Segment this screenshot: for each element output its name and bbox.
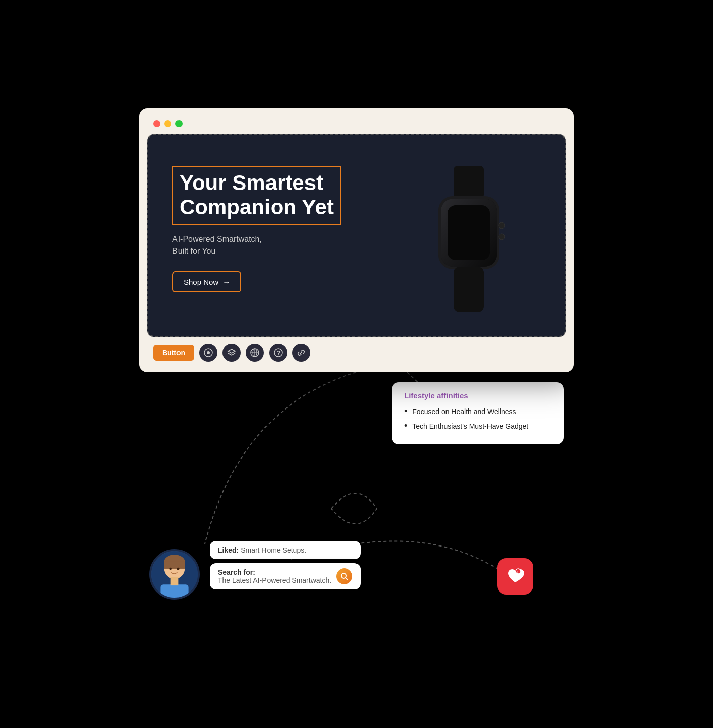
svg-text:+: + [517, 570, 519, 574]
affinities-card: Lifestyle affinities • Focused on Health… [392, 382, 564, 444]
connections-area: Lifestyle affinities • Focused on Health… [139, 367, 574, 620]
bullet-icon-1: • [404, 406, 407, 417]
search-value-row: The Latest AI-Powered Smartwatch. [218, 576, 331, 584]
liked-label: Liked: [218, 546, 239, 554]
svg-line-23 [346, 578, 348, 580]
svg-point-21 [177, 568, 180, 570]
toolbar-icon-link[interactable] [292, 344, 310, 362]
svg-rect-18 [160, 584, 188, 600]
bullet-icon-2: • [404, 421, 407, 431]
hero-banner: Your Smartest Companion Yet AI-Powered S… [147, 134, 566, 337]
watch-display [393, 151, 545, 323]
watch-visual [413, 166, 524, 307]
search-icon[interactable] [336, 568, 352, 584]
user-avatar [149, 549, 200, 600]
toolbar-button[interactable]: Button [153, 345, 194, 361]
svg-point-6 [499, 234, 505, 240]
svg-point-20 [169, 568, 172, 570]
hero-title: Your Smartest Companion Yet [172, 166, 341, 225]
svg-rect-17 [164, 561, 185, 569]
svg-rect-19 [171, 577, 179, 586]
affinity-item-1: • Focused on Health and Wellness [404, 406, 552, 417]
activity-cards: Liked: Smart Home Setups. Search for: Th… [210, 541, 361, 589]
search-label: Search for: [218, 568, 255, 576]
heart-icon: + [506, 568, 524, 584]
liked-value: Smart Home Setups. [241, 546, 306, 554]
svg-point-9 [207, 351, 210, 354]
svg-rect-0 [454, 166, 484, 199]
search-value: The Latest AI-Powered Smartwatch. [218, 576, 331, 584]
search-label-row: Search for: [218, 568, 331, 576]
browser-window: Your Smartest Companion Yet AI-Powered S… [139, 108, 574, 372]
toolbar-icon-3[interactable] [246, 344, 264, 362]
svg-text:?: ? [277, 349, 281, 357]
svg-point-5 [499, 222, 505, 229]
hero-content: Your Smartest Companion Yet AI-Powered S… [172, 166, 341, 292]
avatar-svg [151, 549, 198, 600]
affinity-item-2: • Tech Enthusiast's Must-Have Gadget [404, 421, 552, 431]
svg-rect-7 [454, 267, 484, 312]
toolbar-row: Button [147, 337, 566, 364]
toolbar-icon-help[interactable]: ? [269, 344, 287, 362]
svg-rect-4 [448, 205, 490, 260]
heart-badge[interactable]: + [497, 558, 533, 595]
affinities-title: Lifestyle affinities [404, 391, 552, 400]
traffic-light-red[interactable] [153, 120, 160, 127]
traffic-light-yellow[interactable] [164, 120, 171, 127]
toolbar-icon-1[interactable] [199, 344, 217, 362]
main-wrapper: Your Smartest Companion Yet AI-Powered S… [129, 108, 584, 620]
liked-card: Liked: Smart Home Setups. [210, 541, 361, 559]
search-card-content: Search for: The Latest AI-Powered Smartw… [218, 568, 331, 584]
shop-now-button[interactable]: Shop Now → [172, 271, 241, 292]
search-card: Search for: The Latest AI-Powered Smartw… [210, 563, 361, 589]
traffic-light-green[interactable] [175, 120, 183, 127]
watch-svg [413, 166, 524, 317]
page-container: Your Smartest Companion Yet AI-Powered S… [0, 0, 713, 728]
hero-subtitle: AI-Powered Smartwatch,Built for You [172, 233, 341, 257]
browser-titlebar [147, 116, 566, 134]
toolbar-icon-2[interactable] [222, 344, 241, 362]
